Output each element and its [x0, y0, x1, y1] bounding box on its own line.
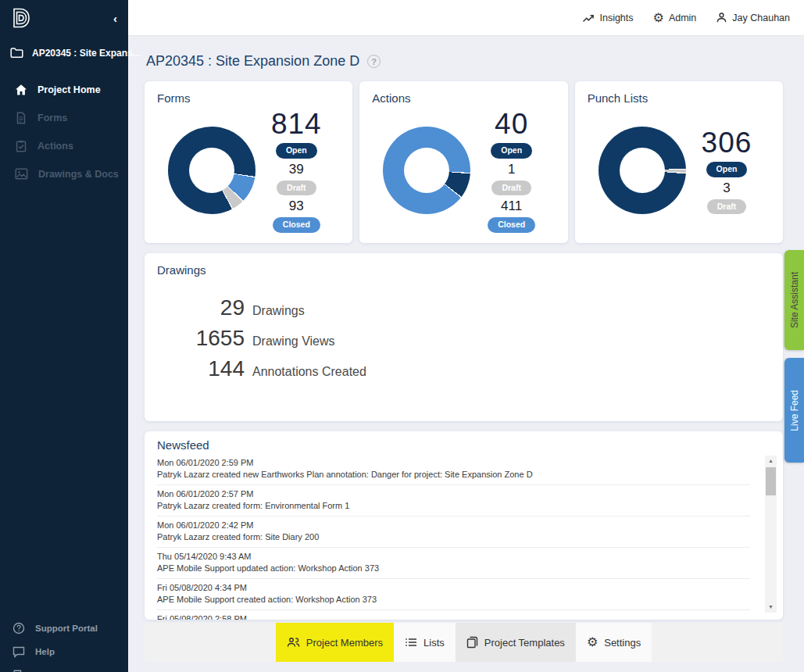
open-count: 40	[495, 108, 528, 141]
donut-hole	[620, 148, 665, 193]
sidebar-item-drawings-docs[interactable]: Drawings & Docs	[0, 160, 128, 188]
user-menu[interactable]: Jay Chauhan	[716, 12, 790, 23]
gear-icon: ⚙	[587, 636, 598, 649]
card-title: Forms	[157, 91, 340, 105]
site-assistant-tab[interactable]: Site Assistant	[784, 250, 804, 350]
stat-label: Drawings	[252, 304, 305, 318]
stat-value: 29	[157, 295, 245, 320]
newsfeed-text: Patryk Lazarz created form: Site Diary 2…	[157, 531, 750, 543]
open-count: 814	[271, 108, 322, 141]
stat-value: 144	[157, 356, 245, 381]
newsfeed-item: Mon 06/01/2020 2:59 PM Patryk Lazarz cre…	[157, 454, 750, 485]
user-name-label: Jay Chauhan	[732, 13, 790, 23]
card-title: Actions	[372, 91, 555, 105]
open-badge: Open	[706, 162, 748, 177]
forms-stats: 814 Open 39 Draft 93 Closed	[262, 108, 331, 233]
newsfeed-text: Patryk Lazarz created form: Environmenta…	[157, 500, 750, 512]
draft-count: 39	[289, 161, 304, 178]
actions-card: Actions 40 Open 1 Draft 411 Closed	[359, 81, 567, 243]
newsfeed-timestamp: Fri 05/08/2020 4:34 PM	[157, 582, 750, 594]
sidebar-footer-label: Help	[35, 647, 55, 656]
drawings-stat-row: 29 Drawings	[157, 295, 770, 320]
project-members-button[interactable]: Project Members	[276, 623, 394, 662]
actions-stats: 40 Open 1 Draft 411 Closed	[477, 108, 546, 233]
page-help-icon[interactable]: ?	[367, 55, 381, 68]
sidebar-item-actions[interactable]: Actions	[0, 132, 128, 160]
sidebar-item-sign-out[interactable]: Sign Out	[0, 663, 128, 672]
sidebar-nav: Project Home Forms Actions Drawings & Do…	[0, 76, 128, 188]
project-footer-nav: Project Members Lists Project Templates …	[145, 623, 783, 662]
closed-badge: Closed	[488, 217, 535, 233]
sidebar-item-project-home[interactable]: Project Home	[0, 76, 128, 104]
scroll-down-icon[interactable]: ▼	[765, 602, 777, 613]
person-icon	[716, 12, 727, 23]
copy-pages-icon	[466, 636, 478, 649]
sidebar-item-label: Project Home	[38, 84, 101, 95]
newsfeed-timestamp: Mon 06/01/2020 2:57 PM	[157, 488, 750, 500]
footer-nav-label: Project Members	[306, 637, 383, 649]
insights-label: Insights	[599, 13, 633, 23]
newsfeed-item: Fri 05/08/2020 4:34 PM APE Mobile Suppor…	[157, 579, 750, 610]
sidebar-item-label: Drawings & Docs	[38, 169, 119, 180]
gear-icon: ⚙	[653, 12, 664, 24]
card-title: Drawings	[157, 263, 770, 277]
trending-up-icon	[582, 12, 595, 24]
draft-count: 1	[508, 161, 515, 178]
question-circle-icon	[13, 622, 25, 634]
scroll-up-icon[interactable]: ▲	[765, 456, 777, 466]
newsfeed-item: Fri 05/08/2020 2:58 PM APE Mobile Suppor…	[157, 610, 750, 620]
list-icon	[405, 637, 417, 648]
image-icon	[15, 168, 28, 180]
sidebar-item-label: Actions	[38, 141, 73, 152]
draft-badge: Draft	[707, 199, 747, 215]
insights-button[interactable]: Insights	[582, 12, 633, 24]
newsfeed-text: Patryk Lazarz created new Earthworks Pla…	[157, 469, 750, 481]
drawings-stats: 29 Drawings 1655 Drawing Views 144 Annot…	[157, 295, 770, 381]
newsfeed-timestamp: Mon 06/01/2020 2:59 PM	[157, 457, 750, 469]
newsfeed-timestamp: Mon 06/01/2020 2:42 PM	[157, 520, 750, 531]
newsfeed-text: APE Mobile Support created action: Works…	[157, 594, 750, 606]
sidebar-item-forms[interactable]: Forms	[0, 104, 128, 132]
home-icon	[15, 84, 27, 96]
topbar: Insights ⚙ Admin Jay Chauhan	[128, 0, 804, 36]
sidebar-project-label: AP20345 : Site Expans...	[32, 48, 141, 59]
site-assistant-label: Site Assistant	[789, 272, 800, 328]
live-feed-tab[interactable]: Live Feed	[784, 358, 804, 463]
newsfeed-title: Newsfeed	[157, 438, 770, 452]
sidebar-item-help[interactable]: Help	[0, 640, 128, 663]
footer-nav-label: Project Templates	[484, 637, 565, 649]
sidebar-item-support-portal[interactable]: Support Portal	[0, 617, 128, 640]
newsfeed-scrollbar[interactable]: ▲ ▼	[765, 456, 777, 613]
draft-badge: Draft	[491, 181, 531, 196]
sidebar-footer-label: Support Portal	[35, 624, 98, 633]
donut-hole	[189, 148, 234, 193]
page-title: AP20345 : Site Expansion Zone D	[146, 53, 359, 70]
document-icon	[15, 112, 27, 124]
newsfeed-timestamp: Thu 05/14/2020 9:43 AM	[157, 551, 750, 563]
footer-nav-label: Lists	[423, 637, 445, 649]
sign-out-icon	[13, 669, 25, 672]
sidebar-footer: Support Portal Help Sign Out	[0, 617, 128, 672]
brand-logo-icon	[9, 6, 32, 30]
closed-badge: Closed	[273, 217, 320, 233]
lists-button[interactable]: Lists	[394, 623, 456, 662]
open-count: 306	[702, 127, 752, 159]
newsfeed-item: Mon 06/01/2020 2:57 PM Patryk Lazarz cre…	[157, 485, 750, 517]
stat-value: 1655	[157, 326, 245, 351]
folder-icon	[10, 47, 23, 59]
forms-card-body: 814 Open 39 Draft 93 Closed	[157, 105, 340, 236]
main-content: AP20345 : Site Expansion Zone D ? Forms …	[128, 37, 804, 672]
page-title-row: AP20345 : Site Expansion Zone D ?	[146, 53, 783, 70]
project-templates-button[interactable]: Project Templates	[456, 623, 576, 662]
settings-button[interactable]: ⚙ Settings	[576, 623, 652, 662]
forms-donut-chart	[168, 127, 255, 214]
scrollbar-thumb[interactable]	[766, 467, 776, 495]
drawings-card: Drawings 29 Drawings 1655 Drawing Views …	[145, 253, 783, 421]
sidebar-header: ‹	[0, 0, 128, 36]
sidebar-collapse-icon[interactable]: ‹	[113, 13, 117, 24]
stat-label: Drawing Views	[252, 334, 335, 349]
punch-lists-stats: 306 Open 3 Draft	[692, 127, 761, 214]
sidebar-project-selector[interactable]: AP20345 : Site Expans...	[0, 36, 128, 68]
admin-button[interactable]: ⚙ Admin	[653, 12, 697, 24]
summary-cards-row: Forms 814 Open 39 Draft 93 Closed Action…	[145, 81, 783, 243]
